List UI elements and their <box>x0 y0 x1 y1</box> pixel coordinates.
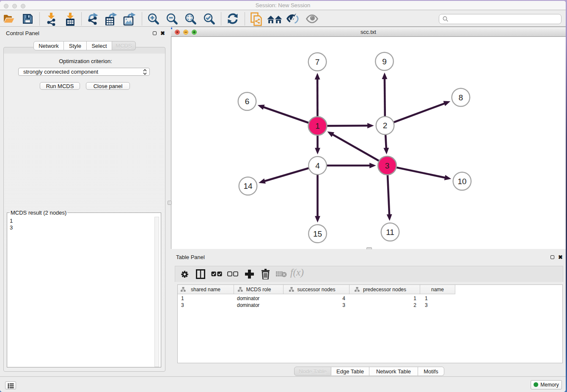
svg-text:2: 2 <box>383 121 388 130</box>
svg-text:6: 6 <box>245 97 250 106</box>
svg-text:7: 7 <box>315 58 320 66</box>
svg-text:15: 15 <box>313 229 322 238</box>
svg-text:11: 11 <box>386 228 394 237</box>
svg-text:14: 14 <box>243 182 253 190</box>
svg-text:3: 3 <box>385 161 390 170</box>
svg-text:4: 4 <box>315 161 320 170</box>
svg-text:1: 1 <box>315 121 320 130</box>
svg-text:8: 8 <box>459 93 463 102</box>
svg-text:10: 10 <box>457 177 466 186</box>
svg-text:9: 9 <box>382 57 387 66</box>
